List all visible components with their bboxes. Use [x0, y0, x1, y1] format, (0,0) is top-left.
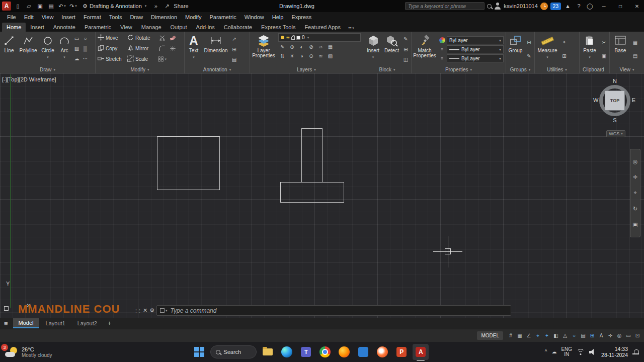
command-grip-icon[interactable]: ⋮⋮ — [134, 308, 141, 313]
menu-dimension[interactable]: Dimension — [147, 14, 181, 20]
new-layout-button[interactable]: + — [104, 320, 115, 327]
layer-tool-icon[interactable]: ≋ — [316, 43, 325, 51]
menu-view[interactable]: View — [38, 14, 58, 20]
keyword-search-input[interactable] — [405, 2, 485, 10]
workspace-switching-icon[interactable]: ▭ — [624, 331, 633, 340]
dynamic-input-icon[interactable]: ⌖ — [533, 331, 542, 340]
panel-label-groups[interactable]: Groups — [506, 66, 534, 73]
layer-tool-icon[interactable]: ⊕ — [288, 43, 296, 51]
object-snap-icon[interactable]: ▤ — [579, 331, 588, 340]
copy-clip-icon[interactable]: ▣ — [600, 52, 608, 60]
command-close-icon[interactable]: ✕ — [143, 307, 147, 314]
new-file-icon[interactable]: ▯ — [14, 2, 22, 11]
base-button[interactable]: Base — [611, 33, 630, 66]
layer-properties-button[interactable]: Layer Properties — [251, 33, 276, 66]
maximize-button[interactable]: □ — [613, 0, 627, 12]
panel-label-block[interactable]: Block — [363, 66, 411, 73]
dimension-button[interactable]: Dimension — [203, 33, 229, 66]
annotation-visibility-icon[interactable]: A — [597, 331, 606, 340]
onedrive-cloud-icon[interactable]: ☁ — [551, 349, 556, 354]
drawn-tee-base[interactable] — [280, 182, 344, 203]
menu-modify[interactable]: Modify — [181, 14, 205, 20]
powerpoint-button[interactable]: P — [393, 344, 410, 360]
pan-icon[interactable]: ✛ — [633, 174, 637, 180]
revision-cloud-tool-icon[interactable]: ☁ — [72, 54, 81, 62]
tab-output[interactable]: Output — [166, 23, 192, 32]
viewcube-east[interactable]: E — [632, 97, 635, 103]
layer-tool-icon[interactable]: ▧ — [326, 52, 335, 60]
tab-model[interactable]: Model — [13, 318, 39, 328]
snap-toggle-icon[interactable]: ▦ — [515, 331, 524, 340]
stretch-button[interactable]: Stretch — [98, 55, 127, 64]
autodesk-icon[interactable]: ▲ — [564, 2, 572, 11]
polar-tracking-icon[interactable]: ◧ — [551, 331, 560, 340]
layer-tool-icon[interactable]: ◑ — [297, 52, 306, 60]
command-customize-icon[interactable]: ⚙ — [149, 307, 154, 314]
mirror-button[interactable]: Mirror — [127, 44, 157, 53]
undo-icon[interactable]: ↶ — [58, 2, 66, 11]
layer-tool-icon[interactable]: ⇅ — [278, 52, 287, 60]
redo-icon[interactable]: ↷ — [69, 2, 77, 11]
drawn-tee-column[interactable] — [301, 128, 323, 183]
lineweight-display-icon[interactable]: ⊞ — [588, 331, 597, 340]
copy-button[interactable]: Copy — [98, 44, 127, 53]
erase-tool-icon[interactable] — [169, 34, 177, 42]
ortho-mode-icon[interactable]: + — [542, 331, 551, 340]
username[interactable]: kavin2011014 — [504, 3, 538, 9]
firefox-button[interactable] — [336, 344, 352, 360]
scale-button[interactable]: Scale — [127, 55, 157, 64]
tab-home[interactable]: Home — [2, 23, 26, 32]
file-explorer-button[interactable] — [260, 344, 276, 360]
isometric-drafting-icon[interactable]: △ — [560, 331, 570, 340]
polyline-button[interactable]: Polyline — [18, 33, 38, 66]
viewcube-north[interactable]: N — [595, 78, 634, 84]
menu-file[interactable]: File — [3, 14, 20, 20]
ellipse-tool-icon[interactable]: ○ — [81, 34, 90, 42]
autocad-taskbar-button[interactable]: A — [413, 344, 429, 360]
tab-annotate[interactable]: Annotate — [49, 23, 80, 32]
explode-tool-icon[interactable] — [169, 45, 177, 53]
menu-window[interactable]: Window — [240, 14, 268, 20]
language-indicator[interactable]: ENG IN — [561, 347, 572, 357]
tab-express-tools[interactable]: Express Tools — [257, 23, 300, 32]
start-button[interactable] — [191, 344, 207, 360]
chrome-button[interactable] — [317, 344, 333, 360]
circle-button[interactable]: Circle — [39, 33, 56, 66]
menu-parametric[interactable]: Parametric — [205, 14, 240, 20]
full-navigation-wheel-icon[interactable]: ◎ — [633, 158, 638, 165]
panel-label-utilities[interactable]: Utilities — [535, 66, 579, 73]
move-button[interactable]: Move — [98, 34, 127, 43]
layer-tool-icon[interactable]: ⊙ — [307, 52, 315, 60]
menu-edit[interactable]: Edit — [20, 14, 38, 20]
autoscale-icon[interactable]: ✛ — [606, 331, 615, 340]
store-button[interactable] — [355, 344, 371, 360]
cut-icon[interactable]: ✂ — [600, 38, 608, 46]
infer-constraints-icon[interactable]: ∠ — [524, 331, 533, 340]
quick-calc-icon[interactable]: ⊞ — [560, 52, 569, 60]
linetype-dropdown[interactable]: ByLayer▾ — [447, 54, 504, 62]
view-cube[interactable]: N W TOP E S WCS — [595, 78, 637, 143]
table-tool-icon[interactable]: ⊞ — [230, 45, 238, 53]
named-views-icon[interactable]: ▤ — [631, 52, 639, 60]
block-editor-icon[interactable]: ◫ — [401, 56, 410, 64]
layer-tool-icon[interactable]: ⊘ — [307, 43, 315, 51]
menu-format[interactable]: Format — [79, 14, 105, 20]
viewcube-top-face[interactable]: TOP — [605, 90, 625, 111]
panel-label-draw[interactable]: Draw — [0, 66, 95, 73]
command-recent-icon[interactable] — [160, 308, 168, 313]
trial-clock-icon[interactable] — [540, 3, 548, 10]
model-space-toggle[interactable]: MODEL — [477, 331, 503, 340]
tab-overflow-icon[interactable]: ▪▪ — [345, 24, 357, 32]
plot-icon[interactable]: ▤ — [47, 2, 55, 11]
viewcube-south[interactable]: S — [595, 117, 634, 123]
edge-button[interactable] — [279, 344, 295, 360]
show-motion-icon[interactable]: ▣ — [632, 221, 637, 228]
workspace-dropdown[interactable]: ⚙ Drafting & Annotation — [80, 2, 149, 11]
open-file-icon[interactable]: ▱ — [25, 2, 33, 11]
volume-icon[interactable] — [589, 349, 597, 355]
text-button[interactable]: A Text — [186, 33, 202, 66]
tab-layout2[interactable]: Layout2 — [72, 319, 103, 328]
layer-tool-icon[interactable]: ≌ — [316, 52, 325, 60]
layer-tool-icon[interactable]: ✎ — [278, 43, 287, 51]
fullscreen-icon[interactable]: ⊡ — [633, 331, 642, 340]
